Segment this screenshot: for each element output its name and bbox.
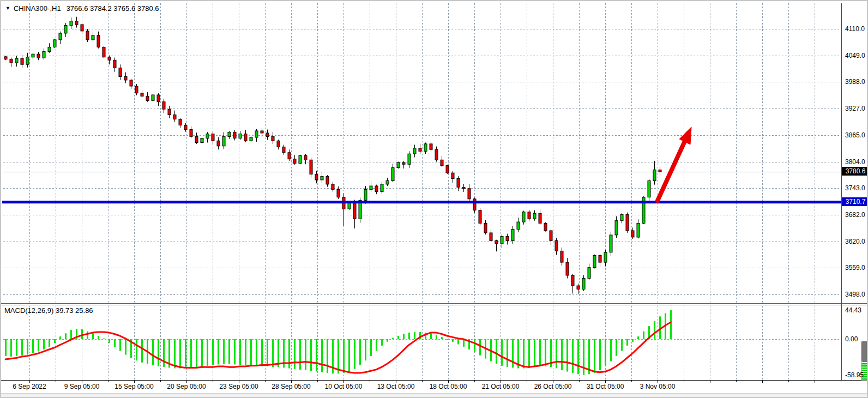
price-axis-label: 3804.0 <box>845 158 868 166</box>
macd-axis-label: 44.43 <box>845 306 868 315</box>
macd-indicator-label: MACD(12,26,9) 39.73 25.86 <box>4 306 93 315</box>
window-bottom-edge <box>1 393 868 398</box>
support-line[interactable] <box>2 201 842 203</box>
time-axis-label: 10 Oct 05:00 <box>317 383 370 390</box>
price-axis-label: 3620.0 <box>845 237 868 246</box>
chevron-down-icon[interactable]: ▼ <box>5 5 10 11</box>
candlestick-series <box>4 17 661 294</box>
price-axis-label: 4049.0 <box>845 51 868 60</box>
panel-divider[interactable] <box>1 304 868 305</box>
price-axis-label: 3559.0 <box>845 263 868 272</box>
time-axis-label: 28 Sep 05:00 <box>265 383 317 390</box>
current-price-tag: 3780.6 <box>842 167 868 176</box>
price-axis-label: 3743.0 <box>845 184 868 192</box>
price-axis-label: 3865.0 <box>845 131 868 140</box>
macd-histogram <box>5 310 672 375</box>
time-axis-label: 26 Oct 05:00 <box>527 383 579 390</box>
price-axis-label: 3927.0 <box>845 104 868 113</box>
time-axis-label: 9 Sep 05:00 <box>56 383 108 390</box>
ohlc-values: 3766.6 3784.2 3765.6 3780.6 <box>67 4 159 13</box>
support-price-tag: 3710.7 <box>842 197 868 206</box>
macd-axis-label: -58.95 <box>845 371 868 379</box>
time-axis-label: 6 Sep 2022 <box>3 383 56 390</box>
time-axis-label: 18 Oct 05:00 <box>422 383 474 390</box>
price-axis-label: 3682.0 <box>845 210 868 219</box>
chart-canvas[interactable] <box>1 1 868 398</box>
time-axis-label: 31 Oct 05:00 <box>579 383 631 390</box>
symbol-label: CHINA300-,H1 <box>14 4 61 13</box>
time-axis-label: 13 Oct 05:00 <box>370 383 422 390</box>
time-axis-label: 3 Nov 05:00 <box>631 383 684 390</box>
chart-window: ▼CHINA300-,H13766.6 3784.2 3765.6 3780.6… <box>0 0 868 398</box>
time-axis-label: 23 Sep 05:00 <box>213 383 265 390</box>
macd-axis-label: 0.00 <box>845 335 868 343</box>
price-axis-label: 3498.0 <box>845 290 868 299</box>
price-axis-label: 3988.0 <box>845 77 868 86</box>
time-axis-label: 21 Oct 05:00 <box>474 383 527 390</box>
price-axis-label: 4110.0 <box>845 25 868 33</box>
trend-arrow[interactable] <box>658 127 691 201</box>
time-axis-label: 20 Sep 05:00 <box>160 383 213 390</box>
time-axis-label: 15 Sep 05:00 <box>108 383 160 390</box>
symbol-header: ▼CHINA300-,H13766.6 3784.2 3765.6 3780.6 <box>5 4 159 13</box>
gridlines <box>3 3 842 379</box>
